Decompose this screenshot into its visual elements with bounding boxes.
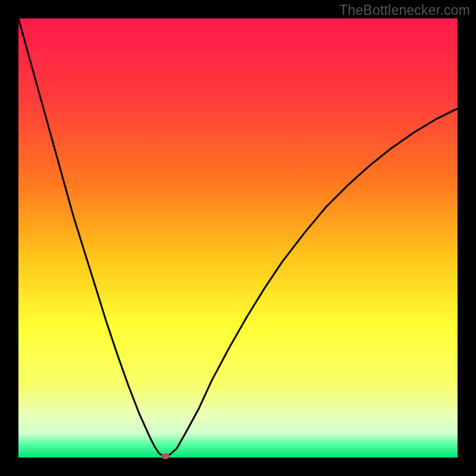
- bottleneck-curve: [18, 18, 458, 456]
- chart-frame: TheBottlenecker.com: [0, 0, 476, 476]
- watermark-text: TheBottlenecker.com: [339, 2, 470, 18]
- chart-plot-area: [18, 18, 458, 458]
- minimum-marker: [161, 453, 170, 459]
- chart-curve-svg: [18, 18, 458, 458]
